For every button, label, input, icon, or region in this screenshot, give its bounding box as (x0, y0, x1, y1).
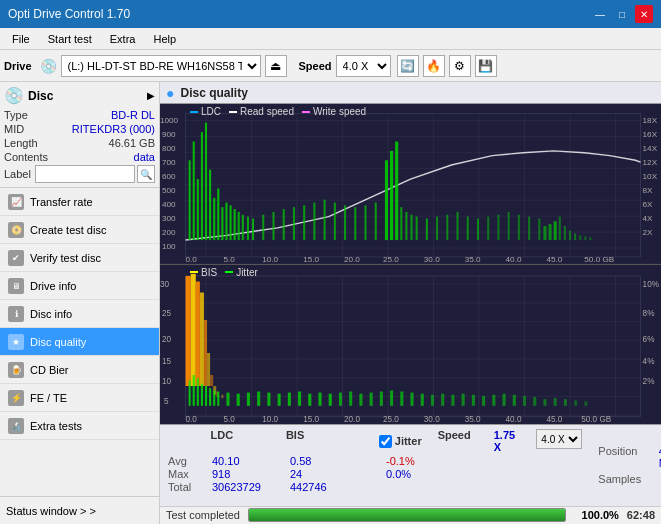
svg-rect-10 (221, 207, 223, 240)
svg-rect-118 (318, 392, 321, 405)
nav-transfer-rate-label: Transfer rate (30, 196, 93, 208)
nav-cd-bier[interactable]: 🍺 CD Bier (0, 356, 159, 384)
contents-value: data (134, 151, 155, 163)
status-window-button[interactable]: Status window > > (0, 496, 159, 524)
minimize-button[interactable]: — (591, 5, 609, 23)
speed-select[interactable]: 4.0 X (336, 55, 391, 77)
legend-bis: BIS (190, 267, 217, 278)
label-search-button[interactable]: 🔍 (137, 165, 155, 183)
jitter-check[interactable] (379, 435, 392, 448)
menu-help[interactable]: Help (145, 31, 184, 47)
speed-label: Speed (299, 60, 332, 72)
svg-text:20.0: 20.0 (344, 414, 360, 424)
bis-legend-dot (190, 271, 198, 273)
svg-text:16X: 16X (643, 130, 658, 139)
svg-text:50.0 GB: 50.0 GB (584, 255, 614, 264)
svg-rect-22 (303, 205, 305, 240)
svg-rect-19 (272, 212, 274, 240)
read-speed-legend-dot (229, 111, 237, 113)
menu-file[interactable]: File (4, 31, 38, 47)
svg-text:35.0: 35.0 (465, 255, 482, 264)
svg-rect-135 (492, 394, 495, 405)
svg-rect-139 (533, 397, 536, 406)
total-row: Total 30623729 442746 (168, 481, 582, 493)
svg-text:2%: 2% (643, 375, 655, 385)
label-input[interactable] (35, 165, 135, 183)
nav-create-test-disc[interactable]: 📀 Create test disc (0, 216, 159, 244)
svg-rect-58 (589, 237, 591, 240)
settings-button[interactable]: ⚙ (449, 55, 471, 77)
jitter-legend-label: Jitter (236, 267, 258, 278)
chart-top-legend: LDC Read speed Write speed (190, 106, 366, 117)
svg-rect-40 (457, 212, 459, 240)
type-label: Type (4, 109, 28, 121)
nav-disc-info-label: Disc info (30, 308, 72, 320)
save-button[interactable]: 💾 (475, 55, 497, 77)
fe-te-icon: ⚡ (8, 390, 24, 406)
eject-button[interactable]: ⏏ (265, 55, 287, 77)
svg-rect-112 (257, 391, 260, 405)
nav-disc-quality-label: Disc quality (30, 336, 86, 348)
max-row: Max 918 24 0.0% (168, 468, 582, 480)
refresh-button[interactable]: 🔄 (397, 55, 419, 77)
samples-row: Samples 763570 (598, 473, 661, 485)
legend-ldc: LDC (190, 106, 221, 117)
mid-label: MID (4, 123, 24, 135)
disc-quality-icon: ★ (8, 334, 24, 350)
svg-rect-140 (543, 399, 546, 406)
label-row: Label 🔍 (4, 165, 155, 183)
svg-rect-6 (205, 123, 207, 240)
drive-icon: 💿 (40, 58, 57, 74)
nav-disc-quality[interactable]: ★ Disc quality (0, 328, 159, 356)
svg-text:20.0: 20.0 (344, 255, 361, 264)
svg-rect-27 (354, 207, 356, 240)
svg-rect-21 (293, 207, 295, 240)
nav-extra-tests-label: Extra tests (30, 420, 82, 432)
maximize-button[interactable]: □ (613, 5, 631, 23)
svg-text:2X: 2X (643, 229, 654, 238)
svg-rect-100 (221, 394, 223, 397)
speed-select-stats[interactable]: 4.0 X (536, 429, 582, 449)
svg-rect-144 (584, 401, 587, 405)
nav-verify-test-disc[interactable]: ✔ Verify test disc (0, 244, 159, 272)
svg-rect-23 (313, 203, 315, 241)
write-speed-legend-label: Write speed (313, 106, 366, 117)
svg-text:300: 300 (162, 215, 176, 224)
svg-rect-127 (411, 392, 414, 405)
menu-start-test[interactable]: Start test (40, 31, 100, 47)
burn-button[interactable]: 🔥 (423, 55, 445, 77)
svg-text:25.0: 25.0 (383, 255, 400, 264)
jitter-checkbox[interactable]: Jitter (379, 429, 422, 453)
svg-rect-124 (380, 391, 383, 405)
drive-select[interactable]: (L:) HL-DT-ST BD-RE WH16NS58 TST4 (61, 55, 261, 77)
svg-text:5: 5 (164, 395, 169, 405)
svg-rect-119 (329, 393, 332, 405)
svg-rect-24 (324, 200, 326, 240)
length-label: Length (4, 137, 38, 149)
menu-extra[interactable]: Extra (102, 31, 144, 47)
svg-text:400: 400 (162, 201, 176, 210)
nav-fe-te[interactable]: ⚡ FE / TE (0, 384, 159, 412)
total-label: Total (168, 481, 204, 493)
nav-drive-info[interactable]: 🖥 Drive info (0, 272, 159, 300)
nav-extra-tests[interactable]: 🔬 Extra tests (0, 412, 159, 440)
svg-rect-94 (200, 292, 204, 386)
type-value: BD-R DL (111, 109, 155, 121)
close-button[interactable]: ✕ (635, 5, 653, 23)
total-ldc: 30623729 (212, 481, 282, 493)
drive-info-icon: 🖥 (8, 278, 24, 294)
svg-rect-45 (508, 212, 510, 240)
svg-rect-104 (201, 383, 203, 405)
nav-disc-info[interactable]: ℹ Disc info (0, 300, 159, 328)
svg-rect-16 (247, 217, 249, 240)
svg-text:0.0: 0.0 (186, 414, 198, 424)
svg-text:45.0: 45.0 (546, 255, 563, 264)
bottom-stats-panel: LDC BIS Jitter Speed 1.75 X 4.0 X (160, 424, 661, 524)
svg-rect-143 (574, 400, 577, 406)
extra-tests-icon: 🔬 (8, 418, 24, 434)
svg-text:15.0: 15.0 (303, 255, 320, 264)
avg-bis: 0.58 (290, 455, 350, 467)
nav-transfer-rate[interactable]: 📈 Transfer rate (0, 188, 159, 216)
samples-label: Samples (598, 473, 661, 485)
left-panel: 💿 Disc ▶ Type BD-R DL MID RITEKDR3 (000)… (0, 82, 160, 524)
